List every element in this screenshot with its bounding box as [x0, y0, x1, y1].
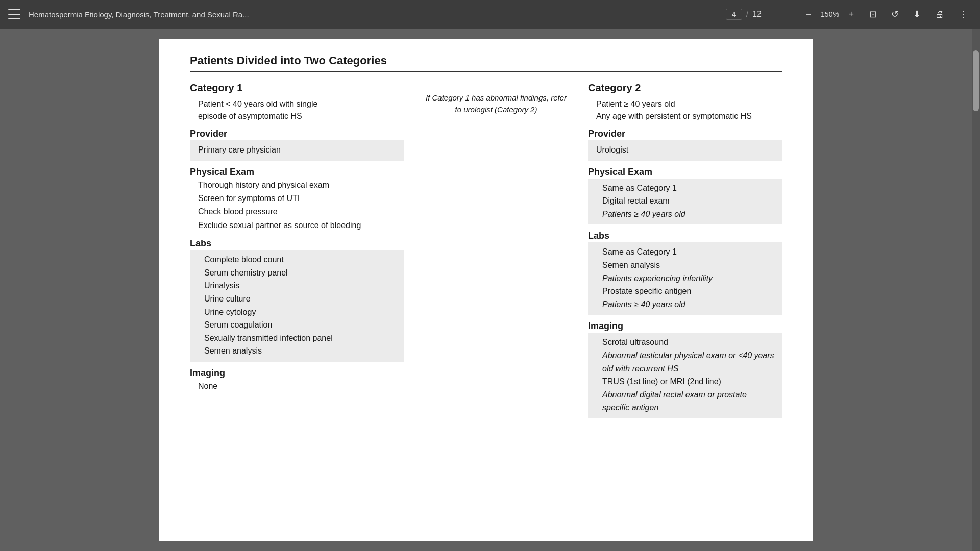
list-item: Thorough history and physical exam	[190, 179, 404, 192]
cat2-labs-label: Labs	[588, 231, 782, 241]
list-item: Patients experiencing infertility	[600, 272, 776, 285]
scrollbar-track[interactable]	[972, 29, 980, 551]
list-item: Patients ≥ 40 years old	[600, 298, 776, 311]
category1-column: Category 1 Patient < 40 years old with s…	[190, 82, 404, 420]
download-button[interactable]: ⬇	[909, 7, 925, 22]
scrollbar-thumb[interactable]	[973, 50, 979, 111]
pdf-page: Patients Divided into Two Categories Cat…	[159, 39, 813, 541]
section-heading: Patients Divided into Two Categories	[190, 54, 782, 67]
menu-icon[interactable]	[8, 9, 20, 19]
category1-heading: Category 1	[190, 82, 404, 94]
category2-description: Patient ≥ 40 years old Any age with pers…	[588, 98, 782, 122]
history-button[interactable]: ↺	[887, 7, 903, 22]
list-item: Serum chemistry panel	[202, 266, 398, 280]
zoom-level: 150%	[818, 10, 841, 18]
cat1-imaging-value: None	[190, 380, 404, 393]
list-item: Scrotal ultrasound	[600, 336, 776, 349]
toolbar-right-actions: ⊡ ↺ ⬇ 🖨 ⋮	[865, 7, 972, 22]
page-number-input[interactable]	[726, 9, 742, 20]
toolbar: Hematospermia Etiology, Diagnosis, Treat…	[0, 0, 980, 29]
cat1-physical-exam-label: Physical Exam	[190, 167, 404, 178]
zoom-out-button[interactable]: −	[803, 7, 815, 22]
fit-page-button[interactable]: ⊡	[865, 7, 881, 22]
list-item: Urine cytology	[202, 306, 398, 319]
list-item: TRUS (1st line) or MRI (2nd line)	[600, 375, 776, 388]
cat2-imaging-label: Imaging	[588, 321, 782, 332]
total-pages: 12	[752, 10, 762, 19]
zoom-in-button[interactable]: +	[845, 7, 857, 22]
page-navigation: / 12 − 150% +	[726, 7, 857, 22]
cat1-provider-value: Primary care physician	[196, 143, 398, 157]
page-separator: /	[746, 10, 748, 19]
cat2-labs-box: Same as Category 1 Semen analysis Patien…	[588, 242, 782, 315]
category2-heading: Category 2	[588, 82, 782, 94]
cat2-provider-value: Urologist	[594, 143, 776, 157]
list-item: Exclude sexual partner as source of blee…	[190, 219, 404, 232]
two-column-layout: Category 1 Patient < 40 years old with s…	[190, 82, 782, 420]
list-item: Same as Category 1	[600, 182, 776, 195]
list-item: Check blood pressure	[190, 205, 404, 218]
middle-note: If Category 1 has abnormal findings, ref…	[425, 92, 568, 115]
list-item: Urine culture	[202, 292, 398, 306]
main-area: Patients Divided into Two Categories Cat…	[0, 29, 980, 551]
more-options-button[interactable]: ⋮	[954, 7, 972, 22]
list-item: Screen for symptoms of UTI	[190, 192, 404, 205]
list-item: Digital rectal exam	[600, 194, 776, 208]
pdf-viewer[interactable]: Patients Divided into Two Categories Cat…	[0, 29, 972, 551]
document-title: Hematospermia Etiology, Diagnosis, Treat…	[29, 10, 718, 19]
divider	[190, 71, 782, 72]
list-item: Serum coagulation	[202, 318, 398, 332]
print-button[interactable]: 🖨	[931, 7, 948, 22]
category2-column: Category 2 Patient ≥ 40 years old Any ag…	[588, 82, 782, 420]
cat2-physical-exam-items: Same as Category 1 Digital rectal exam P…	[588, 179, 782, 225]
list-item: Prostate specific antigen	[600, 285, 776, 298]
cat2-physical-exam-label: Physical Exam	[588, 167, 782, 178]
cat1-provider-label: Provider	[190, 129, 404, 139]
cat1-imaging-label: Imaging	[190, 368, 404, 379]
list-item: Patients ≥ 40 years old	[600, 208, 776, 221]
list-item: Abnormal digital rectal exam or prostate…	[600, 388, 776, 414]
list-item: Complete blood count	[202, 253, 398, 266]
cat1-provider-box: Primary care physician	[190, 140, 404, 161]
cat2-imaging-items: Scrotal ultrasound Abnormal testicular p…	[588, 333, 782, 418]
list-item: Same as Category 1	[600, 245, 776, 259]
cat2-provider-box: Urologist	[588, 140, 782, 161]
cat1-labs-box: Complete blood count Serum chemistry pan…	[190, 250, 404, 362]
list-item: Abnormal testicular physical exam or <40…	[600, 349, 776, 375]
list-item: Semen analysis	[202, 344, 398, 358]
cat2-provider-label: Provider	[588, 129, 782, 139]
cat1-physical-exam-items: Thorough history and physical exam Scree…	[190, 179, 404, 233]
cat1-labs-label: Labs	[190, 238, 404, 249]
category1-description: Patient < 40 years old with single episo…	[190, 98, 404, 122]
list-item: Urinalysis	[202, 279, 398, 292]
list-item: Sexually transmitted infection panel	[202, 332, 398, 345]
list-item: Semen analysis	[600, 259, 776, 272]
middle-column: If Category 1 has abnormal findings, ref…	[404, 82, 588, 420]
